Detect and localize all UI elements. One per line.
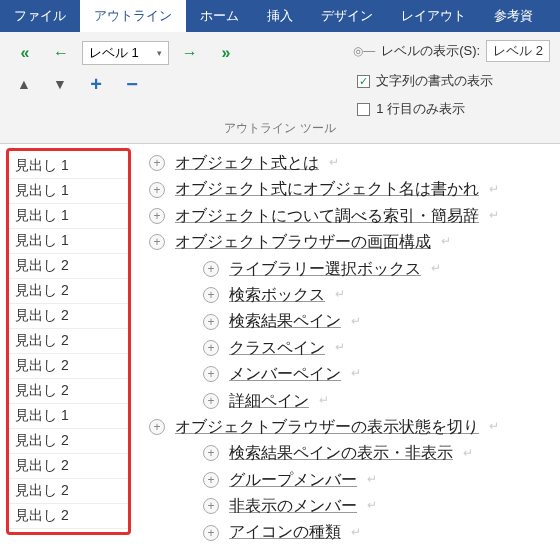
paragraph-mark-icon: ↵ — [463, 444, 473, 464]
outline-row-level2: +メンバーペイン↵ — [149, 361, 560, 387]
outline-level-value: レベル 1 — [89, 44, 139, 62]
demote-button[interactable]: → — [175, 40, 205, 66]
expand-toggle-icon[interactable]: + — [203, 366, 219, 382]
outline-row-level2: +検索結果ペイン↵ — [149, 308, 560, 334]
ribbon-tabs: ファイル アウトライン ホーム 挿入 デザイン レイアウト 参考資 — [0, 0, 560, 32]
expand-toggle-icon[interactable]: + — [203, 340, 219, 356]
style-pane-item[interactable]: 見出し 2 — [9, 254, 128, 279]
outline-heading-text[interactable]: 詳細ペイン — [229, 388, 309, 414]
style-pane-item[interactable]: 見出し 2 — [9, 429, 128, 454]
promote-to-heading1-button[interactable]: « — [10, 40, 40, 66]
content-area: 見出し 1見出し 1見出し 1見出し 1見出し 2見出し 2見出し 2見出し 2… — [0, 144, 560, 546]
tab-home[interactable]: ホーム — [186, 0, 253, 32]
move-up-button[interactable]: ▲ — [10, 72, 38, 96]
paragraph-mark-icon: ↵ — [367, 496, 377, 516]
paragraph-mark-icon: ↵ — [351, 312, 361, 332]
outline-move-row: ▲ ▼ + − — [10, 72, 241, 96]
style-pane-item[interactable]: 見出し 2 — [9, 279, 128, 304]
outline-row-level2: +検索ボックス↵ — [149, 282, 560, 308]
expand-toggle-icon[interactable]: + — [203, 287, 219, 303]
outline-heading-text[interactable]: 検索結果ペインの表示・非表示 — [229, 440, 453, 466]
paragraph-mark-icon: ↵ — [489, 417, 499, 437]
outline-heading-text[interactable]: オブジェクトブラウザーの表示状態を切り — [175, 414, 479, 440]
outline-heading-text[interactable]: 検索ボックス — [229, 282, 325, 308]
outline-heading-text[interactable]: オブジェクト式とは — [175, 150, 319, 176]
move-down-button[interactable]: ▼ — [46, 72, 74, 96]
ribbon-group-label: アウトライン ツール — [10, 118, 550, 141]
style-pane-item[interactable]: 見出し 2 — [9, 354, 128, 379]
style-pane-item[interactable]: 見出し 2 — [9, 504, 128, 529]
outline-row-level2: +詳細ペイン↵ — [149, 388, 560, 414]
tab-layout[interactable]: レイアウト — [387, 0, 480, 32]
outline-heading-text[interactable]: ライブラリー選択ボックス — [229, 256, 421, 282]
outline-options: ◎— レベルの表示(S): レベル 2 ✓ 文字列の書式の表示 1 行目のみ表示 — [353, 40, 550, 118]
tab-outline[interactable]: アウトライン — [80, 0, 186, 32]
paragraph-mark-icon: ↵ — [319, 391, 329, 411]
outline-row-level2: +非表示のメンバー↵ — [149, 493, 560, 519]
expand-toggle-icon[interactable]: + — [149, 155, 165, 171]
expand-toggle-icon[interactable]: + — [203, 393, 219, 409]
show-level-icon: ◎— — [353, 44, 375, 58]
expand-button[interactable]: + — [82, 72, 110, 96]
style-pane-item[interactable]: 見出し 2 — [9, 379, 128, 404]
demote-to-body-button[interactable]: » — [211, 40, 241, 66]
paragraph-mark-icon: ↵ — [329, 153, 339, 173]
expand-toggle-icon[interactable]: + — [203, 525, 219, 541]
expand-toggle-icon[interactable]: + — [149, 419, 165, 435]
ribbon-body: « ← レベル 1 ▾ → » ▲ ▼ + − ◎— レベルの表示(S): — [0, 32, 560, 144]
expand-toggle-icon[interactable]: + — [203, 498, 219, 514]
outline-heading-text[interactable]: オブジェクトブラウザーの画面構成 — [175, 229, 431, 255]
style-pane-item[interactable]: 見出し 1 — [9, 404, 128, 429]
outline-row-level2: +アイコンの種類↵ — [149, 519, 560, 545]
outline-level-select[interactable]: レベル 1 ▾ — [82, 41, 169, 65]
expand-toggle-icon[interactable]: + — [203, 314, 219, 330]
checkbox-unchecked-icon — [357, 103, 370, 116]
outline-row-level1: +オブジェクトブラウザーの画面構成↵ — [149, 229, 560, 255]
tab-insert[interactable]: 挿入 — [253, 0, 307, 32]
outline-heading-text[interactable]: 検索結果ペイン — [229, 308, 341, 334]
collapse-button[interactable]: − — [118, 72, 146, 96]
outline-heading-text[interactable]: 非表示のメンバー — [229, 493, 357, 519]
show-level-value: レベル 2 — [493, 42, 543, 60]
paragraph-mark-icon: ↵ — [489, 180, 499, 200]
expand-toggle-icon[interactable]: + — [203, 472, 219, 488]
show-formatting-row[interactable]: ✓ 文字列の書式の表示 — [353, 72, 493, 90]
paragraph-mark-icon: ↵ — [351, 523, 361, 543]
first-line-only-row[interactable]: 1 行目のみ表示 — [353, 100, 465, 118]
style-pane-item[interactable]: 見出し 2 — [9, 329, 128, 354]
outline-heading-text[interactable]: オブジェクトについて調べる索引・簡易辞 — [175, 203, 479, 229]
style-pane-item[interactable]: 見出し 2 — [9, 454, 128, 479]
show-formatting-label: 文字列の書式の表示 — [376, 72, 493, 90]
paragraph-mark-icon: ↵ — [441, 232, 451, 252]
show-level-row: ◎— レベルの表示(S): レベル 2 — [353, 40, 550, 62]
expand-toggle-icon[interactable]: + — [203, 261, 219, 277]
outline-document: +オブジェクト式とは↵+オブジェクト式にオブジェクト名は書かれ↵+オブジェクトに… — [131, 144, 560, 546]
outline-row-level2: +検索結果ペインの表示・非表示↵ — [149, 440, 560, 466]
expand-toggle-icon[interactable]: + — [149, 182, 165, 198]
first-line-only-label: 1 行目のみ表示 — [376, 100, 465, 118]
expand-toggle-icon[interactable]: + — [203, 445, 219, 461]
outline-heading-text[interactable]: グループメンバー — [229, 467, 357, 493]
style-pane-item[interactable]: 見出し 1 — [9, 154, 128, 179]
tab-design[interactable]: デザイン — [307, 0, 387, 32]
outline-row-level2: +グループメンバー↵ — [149, 467, 560, 493]
promote-button[interactable]: ← — [46, 40, 76, 66]
outline-row-level1: +オブジェクト式にオブジェクト名は書かれ↵ — [149, 176, 560, 202]
style-pane-item[interactable]: 見出し 1 — [9, 204, 128, 229]
outline-heading-text[interactable]: アイコンの種類 — [229, 519, 341, 545]
outline-heading-text[interactable]: オブジェクト式にオブジェクト名は書かれ — [175, 176, 479, 202]
style-pane-item[interactable]: 見出し 2 — [9, 479, 128, 504]
expand-toggle-icon[interactable]: + — [149, 234, 165, 250]
style-pane-item[interactable]: 見出し 1 — [9, 229, 128, 254]
expand-toggle-icon[interactable]: + — [149, 208, 165, 224]
outline-heading-text[interactable]: クラスペイン — [229, 335, 325, 361]
style-pane-item[interactable]: 見出し 2 — [9, 304, 128, 329]
style-pane-item[interactable]: 見出し 1 — [9, 179, 128, 204]
paragraph-mark-icon: ↵ — [367, 470, 377, 490]
outline-heading-text[interactable]: メンバーペイン — [229, 361, 341, 387]
tab-references[interactable]: 参考資 — [480, 0, 547, 32]
outline-promote-demote-row: « ← レベル 1 ▾ → » — [10, 40, 241, 66]
show-level-select[interactable]: レベル 2 — [486, 40, 550, 62]
paragraph-mark-icon: ↵ — [431, 259, 441, 279]
tab-file[interactable]: ファイル — [0, 0, 80, 32]
